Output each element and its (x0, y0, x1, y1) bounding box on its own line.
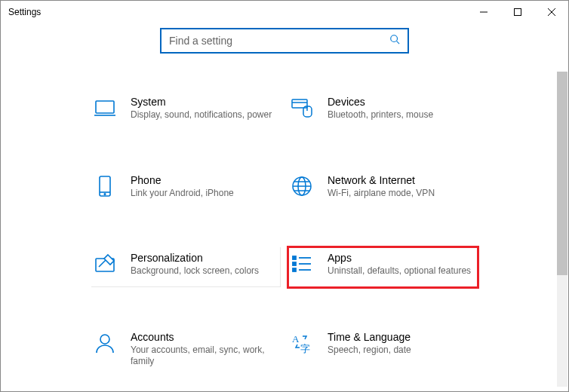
apps-icon (290, 252, 314, 276)
minimize-icon (480, 8, 487, 16)
tile-phone[interactable]: Phone Link your Android, iPhone (91, 170, 281, 209)
tile-text: Accounts Your accounts, email, sync, wor… (131, 331, 275, 368)
tile-text: Apps Uninstall, defaults, optional featu… (328, 252, 471, 277)
tile-subtitle: Background, lock screen, colors (131, 265, 259, 277)
svg-rect-22 (293, 256, 296, 259)
tile-text: Devices Bluetooth, printers, mouse (328, 96, 433, 121)
tile-personalization[interactable]: Personalization Background, lock screen,… (91, 247, 281, 287)
search-container (1, 28, 568, 54)
accounts-icon (93, 331, 117, 355)
tile-system[interactable]: System Display, sound, notifications, po… (91, 91, 281, 130)
svg-rect-1 (514, 9, 521, 16)
network-icon (290, 174, 314, 198)
titlebar: Settings (1, 1, 568, 23)
search-input[interactable] (169, 35, 389, 47)
personalization-icon (93, 252, 117, 276)
minimize-button[interactable] (466, 1, 500, 23)
maximize-button[interactable] (500, 1, 534, 23)
svg-point-28 (100, 335, 109, 344)
tile-subtitle: Link your Android, iPhone (131, 188, 234, 200)
search-box[interactable] (160, 28, 409, 54)
maximize-icon (514, 8, 521, 16)
tile-devices[interactable]: Devices Bluetooth, printers, mouse (288, 91, 478, 130)
tile-network[interactable]: Network & Internet Wi-Fi, airplane mode,… (288, 170, 478, 209)
tile-title: Personalization (131, 252, 259, 264)
tile-text: Network & Internet Wi-Fi, airplane mode,… (328, 174, 435, 200)
close-icon (548, 8, 555, 16)
tile-subtitle: Display, sound, notifications, power (131, 109, 272, 121)
tile-title: System (131, 96, 272, 108)
close-button[interactable] (534, 1, 568, 23)
tile-title: Phone (131, 174, 234, 186)
tile-apps[interactable]: Apps Uninstall, defaults, optional featu… (288, 247, 478, 287)
window-title: Settings (8, 7, 41, 17)
settings-grid: System Display, sound, notifications, po… (1, 91, 568, 377)
time-language-icon: A 字 (290, 331, 314, 355)
scrollbar[interactable] (557, 72, 567, 387)
tile-text: Personalization Background, lock screen,… (131, 252, 259, 277)
tile-text: System Display, sound, notifications, po… (131, 96, 272, 121)
tile-subtitle: Bluetooth, printers, mouse (328, 109, 433, 121)
svg-line-5 (397, 41, 400, 44)
tile-title: Devices (328, 96, 433, 108)
svg-rect-24 (293, 268, 296, 271)
window-controls (466, 1, 568, 23)
svg-text:字: 字 (300, 343, 310, 354)
tile-time-language[interactable]: A 字 Time & Language Speech, region, date (288, 326, 478, 377)
scrollbar-thumb[interactable] (557, 72, 567, 275)
tile-subtitle: Wi-Fi, airplane mode, VPN (328, 188, 435, 200)
svg-line-21 (99, 260, 106, 267)
tile-accounts[interactable]: Accounts Your accounts, email, sync, wor… (91, 326, 281, 377)
devices-icon (290, 96, 314, 120)
tile-subtitle: Speech, region, date (328, 345, 411, 357)
tile-title: Network & Internet (328, 174, 435, 186)
search-icon (389, 34, 400, 47)
system-icon (93, 96, 117, 120)
tile-subtitle: Uninstall, defaults, optional features (328, 265, 471, 277)
svg-rect-6 (96, 101, 114, 113)
tile-title: Time & Language (328, 331, 411, 343)
tile-title: Apps (328, 252, 471, 264)
svg-point-14 (104, 193, 106, 194)
svg-text:A: A (292, 333, 300, 345)
tile-subtitle: Your accounts, email, sync, work, family (131, 345, 275, 368)
tile-title: Accounts (131, 331, 275, 343)
svg-point-4 (391, 35, 398, 42)
phone-icon (93, 174, 117, 198)
tile-text: Phone Link your Android, iPhone (131, 174, 234, 200)
svg-rect-23 (293, 262, 296, 265)
tile-text: Time & Language Speech, region, date (328, 331, 411, 357)
